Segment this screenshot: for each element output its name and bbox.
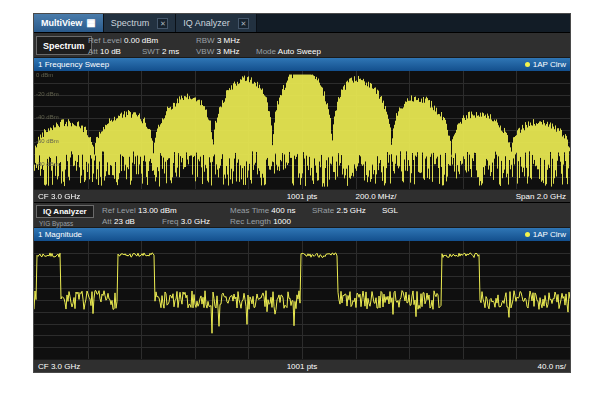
spectrum-att-field[interactable]: Att 10 dB (88, 47, 121, 56)
field-label: Att (102, 217, 112, 226)
spectrum-ref-level-field[interactable]: Ref Level 0.00 dBm (88, 36, 158, 45)
field-label: Ref Level (88, 36, 122, 45)
iq-window-titlebar[interactable]: 1 Magnitude 1AP Clrw (34, 228, 570, 241)
field-label: Ref Level (102, 206, 136, 215)
field-value: 2.5 GHz (336, 206, 365, 215)
field-value: 0.00 dBm (124, 36, 158, 45)
tab-iq-analyzer-label: IQ Analyzer (183, 18, 230, 28)
iq-magnitude-graph[interactable] (34, 241, 570, 359)
tab-spectrum[interactable]: Spectrum ✕ (104, 14, 177, 32)
spectrum-window-titlebar[interactable]: 1 Frequency Sweep 1AP Clrw (34, 58, 570, 71)
iq-ref-level-field[interactable]: Ref Level 13.00 dBm (102, 206, 177, 215)
field-value: 2 ms (162, 47, 179, 56)
iq-points: 1001 pts (287, 360, 318, 372)
close-icon[interactable]: ✕ (238, 18, 249, 29)
iq-settings-bar: IQ Analyzer YIG Bypass Ref Level 13.00 d… (34, 202, 570, 228)
spectrum-graph[interactable]: 0 dBm -20 dBm -40 dBm -60 dBm -80 dBm (34, 71, 570, 189)
iq-freq-field[interactable]: Freq 3.0 GHz (162, 217, 210, 226)
field-value: 3 MHz (217, 36, 240, 45)
spectrum-trace-label: 1AP Clrw (533, 58, 566, 71)
spectrum-settings-bar: Spectrum Ref Level 0.00 dBm Att 10 dB SW… (34, 32, 570, 58)
spectrum-channel-button[interactable]: Spectrum (36, 36, 92, 55)
field-value: 400 ns (271, 206, 295, 215)
spectrum-trace-badge[interactable]: 1AP Clrw (525, 58, 566, 71)
field-label: SWT (142, 47, 160, 56)
trace-color-dot-icon (525, 62, 530, 67)
tab-spectrum-label: Spectrum (111, 18, 150, 28)
iq-meas-time-field[interactable]: Meas Time 400 ns (230, 206, 295, 215)
iq-srate-field[interactable]: SRate 2.5 GHz (312, 206, 366, 215)
trace-color-dot-icon (525, 232, 530, 237)
spectrum-swt-field[interactable]: SWT 2 ms (142, 47, 179, 56)
iq-att-field[interactable]: Att 23 dB (102, 217, 135, 226)
tab-bar: MultiView ▦ Spectrum ✕ IQ Analyzer ✕ (34, 14, 570, 32)
field-value: 23 dB (114, 217, 135, 226)
field-value: 3 MHz (216, 47, 239, 56)
field-label: RBW (196, 36, 215, 45)
field-label: Freq (162, 217, 178, 226)
tab-iq-analyzer[interactable]: IQ Analyzer ✕ (176, 14, 257, 32)
iq-trace-label: 1AP Clrw (533, 228, 566, 241)
field-value: Auto Sweep (278, 47, 321, 56)
field-value: 3.0 GHz (181, 217, 210, 226)
iq-window-title: 1 Magnitude (38, 230, 82, 239)
field-label: SGL (382, 206, 398, 215)
yig-bypass-label: YIG Bypass (39, 220, 73, 227)
field-value: 13.00 dBm (138, 206, 177, 215)
iq-sgl-flag[interactable]: SGL (382, 206, 398, 215)
tab-multiview-label: MultiView (41, 18, 82, 28)
field-label: VBW (196, 47, 214, 56)
magnitude-trace-canvas[interactable] (34, 241, 570, 359)
field-label: Meas Time (230, 206, 269, 215)
spectrum-rbw-field[interactable]: RBW 3 MHz (196, 36, 240, 45)
field-value: 10 dB (100, 47, 121, 56)
spectrum-axis-bar: CF 3.0 GHz 1001 pts 200.0 MHz/ Span 2.0 … (34, 189, 570, 202)
iq-trace-badge[interactable]: 1AP Clrw (525, 228, 566, 241)
iq-channel-button[interactable]: IQ Analyzer (36, 205, 94, 218)
tab-multiview[interactable]: MultiView ▦ (34, 14, 104, 32)
field-value: 1000 (273, 217, 291, 226)
iq-per-division: 40.0 ns/ (538, 360, 566, 372)
field-label: Rec Length (230, 217, 271, 226)
field-label: Att (88, 47, 98, 56)
field-label: SRate (312, 206, 334, 215)
multiview-grid-icon: ▦ (86, 18, 95, 28)
spectrum-vbw-field[interactable]: VBW 3 MHz (196, 47, 240, 56)
iq-center-frequency: CF 3.0 GHz (38, 360, 80, 372)
spectrum-trace-canvas[interactable] (34, 71, 570, 189)
field-label: Mode (256, 47, 276, 56)
spectrum-mode-field[interactable]: Mode Auto Sweep (256, 47, 321, 56)
iq-axis-bar: CF 3.0 GHz 1001 pts 40.0 ns/ (34, 359, 570, 372)
spectrum-window-title: 1 Frequency Sweep (38, 60, 109, 69)
iq-rec-length-field[interactable]: Rec Length 1000 (230, 217, 291, 226)
analyzer-window: MultiView ▦ Spectrum ✕ IQ Analyzer ✕ Spe… (34, 14, 570, 372)
close-icon[interactable]: ✕ (157, 18, 168, 29)
